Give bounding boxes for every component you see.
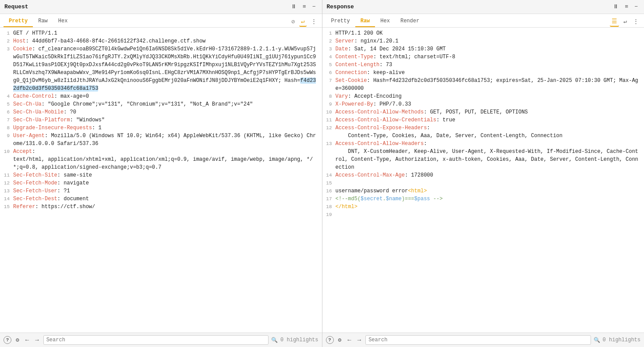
response-tab-icons: ☰ ↵ ⋮ (610, 17, 640, 27)
response-panel: Response ⏸ ≡ − Pretty Raw Hex Render ☰ ↵… (322, 0, 644, 347)
response-tab-bar: Pretty Raw Hex Render ☰ ↵ ⋮ (322, 14, 644, 28)
request-bottom-bar: ? ⚙ ← → 🔍 0 highlights (0, 333, 322, 347)
request-panel: Request ⏸ ≡ − Pretty Raw Hex ⊘ ↵ ⋮ 1 GET (0, 0, 322, 347)
request-tab-icons: ⊘ ↵ ⋮ (290, 17, 318, 27)
request-header: Request ⏸ ≡ − (0, 0, 322, 14)
back-button-response[interactable]: ← (346, 336, 353, 344)
tab-pretty-response[interactable]: Pretty (326, 16, 355, 27)
minus-button-response[interactable]: − (633, 3, 640, 11)
pause-button-response[interactable]: ⏸ (611, 3, 620, 11)
request-title: Request (4, 4, 28, 10)
response-line-15: 15 (322, 179, 644, 187)
response-line-4: 4 Content-Type: text/html; charset=UTF-8 (322, 53, 644, 61)
request-header-icons: ⏸ ≡ − (289, 3, 318, 11)
search-input-request[interactable] (43, 335, 269, 345)
question-icon-request[interactable]: ? (4, 336, 11, 344)
gear-icon-response[interactable]: ⚙ (336, 336, 343, 344)
request-tab-bar: Pretty Raw Hex ⊘ ↵ ⋮ (0, 14, 322, 28)
response-line-17: 17 <!--md5($secret.$name)===$pass --> (322, 195, 644, 203)
more-icon-response[interactable]: ⋮ (631, 17, 640, 26)
request-line-10: 10 Accept: text/html, application/xhtml+… (0, 148, 322, 171)
response-line-1: 1 HTTP/1.1 200 OK (322, 29, 644, 37)
request-line-3: 3 Cookie: cf_clearance=oaB9SCZT0l4kGwdwP… (0, 45, 322, 92)
response-line-12: 12 Access-Control-Expose-Headers: Conten… (322, 124, 644, 140)
response-content: 1 HTTP/1.1 200 OK 2 Server: nginx/1.20.1… (322, 28, 644, 333)
tab-raw-response[interactable]: Raw (355, 16, 375, 27)
more-icon-request[interactable]: ⋮ (309, 17, 318, 26)
search-icon-request: 🔍 (271, 337, 278, 343)
request-line-12: 12 Sec-Fetch-Mode: navigate (0, 179, 322, 187)
response-line-5: 5 Content-Length: 73 (322, 61, 644, 69)
request-content: 1 GET / HTTP/1.1 2 Host: 44dd6bf7-ba43-4… (0, 28, 322, 333)
question-icon-response[interactable]: ? (326, 336, 334, 344)
gear-icon-request[interactable]: ⚙ (14, 336, 21, 344)
back-button-request[interactable]: ← (24, 336, 31, 344)
request-line-14: 14 Sec-Fetch-Dest: document (0, 195, 322, 203)
highlights-count-response: 0 highlights (603, 337, 640, 343)
tab-hex-response[interactable]: Hex (375, 16, 395, 27)
response-header: Response ⏸ ≡ − (322, 0, 644, 14)
request-line-7: 7 Sec-Ch-Ua-Platform: "Windows" (0, 116, 322, 124)
request-line-9: 9 User-Agent: Mozilla/5.0 (Windows NT 10… (0, 132, 322, 148)
search-icon-response: 🔍 (594, 337, 600, 343)
response-line-13: 13 Access-Control-Allow-Headers: DNT, X-… (322, 140, 644, 171)
highlights-count-request: 0 highlights (280, 337, 318, 343)
wrap-icon-request[interactable]: ↵ (299, 17, 306, 27)
request-line-11: 11 Sec-Fetch-Site: same-site (0, 171, 322, 179)
response-line-11: 11 Access-Control-Allow-Credentials: tru… (322, 116, 644, 124)
response-code: 1 HTTP/1.1 200 OK 2 Server: nginx/1.20.1… (322, 28, 644, 220)
tab-render-response[interactable]: Render (395, 16, 425, 27)
request-line-5: 5 Sec-Ch-Ua: "Google Chrome";v="131", "C… (0, 100, 322, 108)
response-line-14: 14 Access-Control-Max-Age: 1728000 (322, 171, 644, 179)
list-button-response[interactable]: ≡ (623, 3, 630, 11)
response-line-18: 18 </html> (322, 203, 644, 211)
response-line-16: 16 username/password error<html> (322, 187, 644, 195)
response-line-7: 7 Set-Cookie: Hash=f4d232dfb2c0d3f503503… (322, 77, 644, 92)
response-line-10: 10 Access-Control-Allow-Methods: GET, PO… (322, 108, 644, 116)
response-bottom-bar: ? ⚙ ← → 🔍 0 highlights (322, 333, 644, 347)
forward-button-response[interactable]: → (356, 336, 363, 344)
request-code: 1 GET / HTTP/1.1 2 Host: 44dd6bf7-ba43-4… (0, 28, 322, 212)
request-line-13: 13 Sec-Fetch-User: ?1 (0, 187, 322, 195)
pause-button[interactable]: ⏸ (289, 3, 298, 11)
request-line-8: 8 Upgrade-Insecure-Requests: 1 (0, 124, 322, 132)
search-input-response[interactable] (365, 335, 591, 345)
forward-button-request[interactable]: → (33, 336, 40, 344)
response-line-19: 19 (322, 211, 644, 219)
request-line-6: 6 Sec-Ch-Ua-Mobile: ?0 (0, 108, 322, 116)
request-line-4: 4 Cache-Control: max-age=0 (0, 92, 322, 100)
response-title: Response (327, 4, 354, 10)
minus-button[interactable]: − (311, 3, 318, 11)
request-line-15: 15 Referer: https://ctf.show/ (0, 203, 322, 211)
response-line-9: 9 X-Powered-By: PHP/7.0.33 (322, 100, 644, 108)
tab-raw-request[interactable]: Raw (33, 16, 53, 27)
response-header-icons: ⏸ ≡ − (611, 3, 640, 11)
response-line-2: 2 Server: nginx/1.20.1 (322, 37, 644, 45)
wrap-icon-response[interactable]: ↵ (622, 17, 629, 26)
request-line-2: 2 Host: 44dd6bf7-ba43-4668-8f4c-26616122… (0, 37, 322, 45)
tab-pretty-request[interactable]: Pretty (4, 16, 33, 27)
tab-hex-request[interactable]: Hex (53, 16, 73, 27)
response-line-3: 3 Date: Sat, 14 Dec 2024 15:10:30 GMT (322, 45, 644, 53)
request-line-1: 1 GET / HTTP/1.1 (0, 29, 322, 37)
response-line-6: 6 Connection: keep-alive (322, 69, 644, 77)
chat-icon-response[interactable]: ☰ (610, 17, 619, 27)
eye-off-icon-request[interactable]: ⊘ (290, 17, 297, 26)
list-button[interactable]: ≡ (301, 3, 308, 11)
response-line-8: 8 Vary: Accept-Encoding (322, 92, 644, 100)
